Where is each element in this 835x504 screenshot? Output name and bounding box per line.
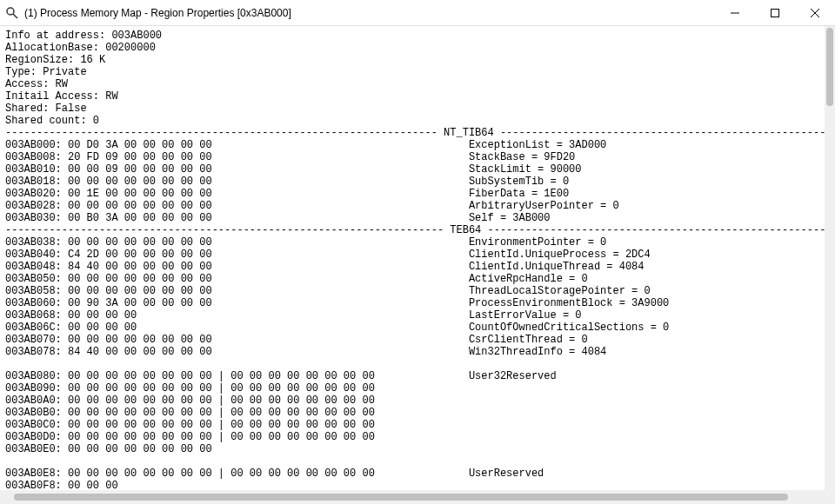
memory-dump-text[interactable]: Info at address: 003AB000 AllocationBase… xyxy=(0,26,825,490)
horizontal-scrollbar-thumb[interactable] xyxy=(14,494,788,501)
svg-rect-3 xyxy=(772,9,779,17)
svg-line-1 xyxy=(13,14,17,18)
window-controls xyxy=(715,0,835,25)
minimize-button[interactable] xyxy=(715,0,755,25)
horizontal-scrollbar[interactable] xyxy=(0,490,825,504)
vertical-scrollbar[interactable] xyxy=(825,26,835,490)
svg-point-0 xyxy=(7,8,14,15)
app-icon xyxy=(5,6,19,20)
maximize-button[interactable] xyxy=(755,0,795,25)
resize-grip[interactable] xyxy=(825,490,835,504)
vertical-scrollbar-thumb[interactable] xyxy=(826,28,833,106)
content-area: Info at address: 003AB000 AllocationBase… xyxy=(0,26,835,504)
close-button[interactable] xyxy=(795,0,835,25)
titlebar: (1) Process Memory Map - Region Properti… xyxy=(0,0,835,26)
window-title: (1) Process Memory Map - Region Properti… xyxy=(24,7,715,19)
